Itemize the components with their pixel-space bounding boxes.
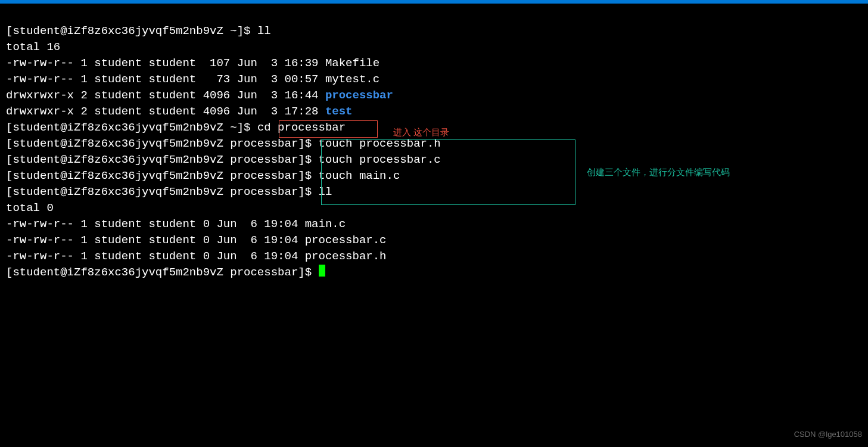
command-text: touch processbar.h — [319, 137, 441, 150]
output-line: drwxrwxr-x 2 student student 4096 Jun 3 … — [6, 105, 325, 118]
prompt: [student@iZf8z6xc36jyvqf5m2nb9vZ process… — [6, 266, 319, 279]
prompt: [student@iZf8z6xc36jyvqf5m2nb9vZ process… — [6, 153, 319, 166]
output-line: -rw-rw-r-- 1 student student 0 Jun 6 19:… — [6, 218, 346, 231]
prompt: [student@iZf8z6xc36jyvqf5m2nb9vZ process… — [6, 185, 319, 198]
output-line: -rw-rw-r-- 1 student student 0 Jun 6 19:… — [6, 250, 387, 263]
prompt: [student@iZf8z6xc36jyvqf5m2nb9vZ ~]$ — [6, 24, 257, 38]
directory-name: test — [325, 105, 353, 118]
output-line: -rw-rw-r-- 1 student student 73 Jun 3 00… — [6, 73, 379, 86]
output-line: total 16 — [6, 41, 60, 54]
prompt: [student@iZf8z6xc36jyvqf5m2nb9vZ process… — [6, 169, 319, 182]
output-line: total 0 — [6, 201, 54, 215]
command-text: ll — [319, 185, 332, 198]
terminal-cursor — [319, 265, 325, 277]
output-line: -rw-rw-r-- 1 student student 107 Jun 3 1… — [6, 57, 379, 70]
prompt: [student@iZf8z6xc36jyvqf5m2nb9vZ process… — [6, 137, 319, 150]
command-text: touch main.c — [319, 169, 400, 182]
output-line: drwxrwxr-x 2 student student 4096 Jun 3 … — [6, 89, 325, 102]
command-text: ll — [257, 24, 271, 38]
command-text: touch processbar.c — [319, 153, 441, 166]
watermark: CSDN @lge101058 — [794, 426, 862, 442]
terminal-output[interactable]: [student@iZf8z6xc36jyvqf5m2nb9vZ ~]$ ll … — [0, 4, 868, 281]
output-line: -rw-rw-r-- 1 student student 0 Jun 6 19:… — [6, 234, 387, 247]
command-text: cd processbar — [257, 121, 346, 134]
prompt: [student@iZf8z6xc36jyvqf5m2nb9vZ ~]$ — [6, 121, 257, 134]
directory-name: processbar — [325, 89, 393, 102]
